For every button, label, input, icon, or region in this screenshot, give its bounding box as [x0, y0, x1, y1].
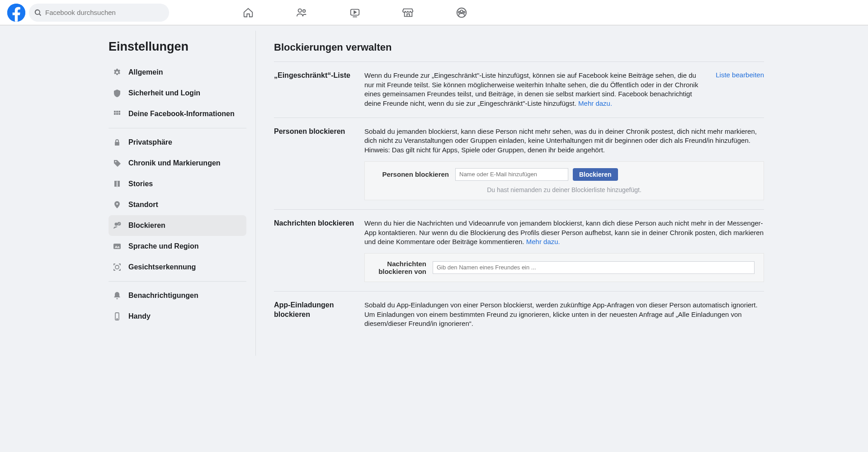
svg-point-6: [458, 11, 460, 13]
section-restricted: „Eingeschränkt“-Liste Wenn du Freunde zu…: [274, 62, 764, 118]
phone-icon: [112, 311, 122, 321]
settings-sidebar: Einstellungen AllgemeinSicherheit und Lo…: [95, 31, 255, 356]
section-title: Personen blockieren: [274, 127, 364, 200]
sidebar-title: Einstellungen: [108, 40, 246, 54]
marketplace-icon: [402, 7, 414, 19]
face-icon: [112, 262, 122, 272]
sidebar-item-label: Blockieren: [128, 221, 165, 230]
block-messages-input[interactable]: [433, 261, 755, 274]
sidebar-item-label: Handy: [128, 312, 151, 320]
svg-point-2: [303, 9, 306, 12]
sidebar-item-label: Sprache und Region: [128, 242, 199, 250]
svg-rect-9: [116, 111, 118, 113]
search-input[interactable]: [45, 9, 164, 16]
more-link[interactable]: Mehr dazu.: [578, 99, 612, 107]
section-desc: Sobald du jemanden blockierst, kann dies…: [364, 127, 764, 155]
search-bar[interactable]: [29, 4, 169, 22]
svg-point-5: [460, 10, 463, 13]
lock-icon: [112, 137, 122, 147]
section-block-users: Personen blockieren Sobald du jemanden b…: [274, 118, 764, 210]
sidebar-item-tag[interactable]: Chronik und Markierungen: [108, 153, 246, 174]
nav-watch[interactable]: [330, 2, 380, 24]
block-users-panel: Personen blockieren Blockieren Du hast n…: [364, 161, 764, 200]
main-content: Blockierungen verwalten „Eingeschränkt“-…: [255, 31, 773, 356]
sidebar-separator: [108, 128, 246, 128]
friends-icon: [296, 7, 307, 19]
nav-home[interactable]: [223, 2, 273, 24]
sidebar-item-aa[interactable]: AaSprache und Region: [108, 236, 246, 257]
facebook-logo[interactable]: [7, 4, 25, 22]
groups-icon: [456, 7, 467, 19]
svg-point-19: [115, 265, 119, 269]
svg-point-21: [117, 319, 118, 320]
section-title: App-Einladungen blockieren: [274, 301, 364, 329]
sidebar-item-label: Sicherheit und Login: [128, 89, 200, 97]
book-icon: [112, 179, 122, 189]
top-nav: [223, 2, 486, 24]
sidebar-item-gear[interactable]: Allgemein: [108, 62, 246, 83]
grid-icon: [112, 109, 122, 119]
section-desc: Wenn du hier die Nachrichten und Videoan…: [364, 219, 764, 247]
top-bar: [0, 0, 868, 25]
sidebar-item-label: Benachrichtigungen: [128, 292, 198, 300]
nav-groups[interactable]: [437, 2, 486, 24]
sidebar-item-label: Gesichtserkennung: [128, 263, 196, 271]
section-desc: Wenn du Freunde zur „Eingeschränkt"-List…: [364, 71, 705, 108]
empty-note: Du hast niemanden zu deiner Blockierlist…: [374, 186, 755, 193]
svg-rect-10: [118, 111, 120, 113]
svg-rect-8: [114, 111, 116, 113]
shield-icon: [112, 88, 122, 98]
home-icon: [242, 7, 254, 19]
svg-rect-13: [118, 113, 120, 115]
sidebar-item-face[interactable]: Gesichtserkennung: [108, 257, 246, 278]
svg-rect-11: [114, 113, 116, 115]
pin-icon: [112, 200, 122, 210]
sidebar-item-shield[interactable]: Sicherheit und Login: [108, 83, 246, 104]
section-desc: Sobald du App-Einladungen von einer Pers…: [364, 301, 764, 329]
svg-text:Aa: Aa: [115, 245, 120, 249]
search-icon: [34, 9, 42, 16]
svg-point-1: [298, 9, 302, 12]
sidebar-item-label: Standort: [128, 201, 158, 209]
sidebar-item-grid[interactable]: Deine Facebook-Informationen: [108, 104, 246, 124]
more-link[interactable]: Mehr dazu.: [526, 238, 560, 245]
section-block-app-invites: App-Einladungen blockieren Sobald du App…: [274, 292, 764, 338]
block-button[interactable]: Blockieren: [573, 168, 618, 181]
block-icon: [112, 221, 122, 231]
nav-marketplace[interactable]: [383, 2, 433, 24]
sidebar-item-label: Allgemein: [128, 68, 163, 76]
section-title: „Eingeschränkt“-Liste: [274, 71, 364, 108]
sidebar-item-label: Deine Facebook-Informationen: [128, 110, 235, 118]
svg-point-7: [463, 11, 465, 13]
sidebar-item-label: Chronik und Markierungen: [128, 159, 221, 167]
sidebar-item-lock[interactable]: Privatsphäre: [108, 132, 246, 153]
section-block-messages: Nachrichten blockieren Wenn du hier die …: [274, 210, 764, 292]
section-title: Nachrichten blockieren: [274, 219, 364, 282]
gear-icon: [112, 67, 122, 77]
tag-icon: [112, 158, 122, 168]
sidebar-item-book[interactable]: Stories: [108, 174, 246, 194]
watch-icon: [349, 7, 361, 19]
sidebar-item-phone[interactable]: Handy: [108, 306, 246, 327]
aa-icon: Aa: [112, 241, 122, 251]
svg-rect-12: [116, 113, 118, 115]
input-label: Personen blockieren: [374, 170, 451, 178]
nav-friends[interactable]: [277, 2, 326, 24]
svg-rect-14: [115, 142, 119, 146]
bell-icon: [112, 291, 122, 301]
input-label: Nachrichten blockieren von: [374, 260, 428, 275]
sidebar-item-pin[interactable]: Standort: [108, 194, 246, 215]
block-messages-panel: Nachrichten blockieren von: [364, 253, 764, 282]
sidebar-item-bell[interactable]: Benachrichtigungen: [108, 285, 246, 306]
page-title: Blockierungen verwalten: [274, 42, 764, 62]
sidebar-separator: [108, 281, 246, 282]
block-user-input[interactable]: [455, 168, 568, 181]
edit-list-link[interactable]: Liste bearbeiten: [716, 71, 764, 79]
sidebar-item-label: Privatsphäre: [128, 138, 172, 146]
sidebar-item-label: Stories: [128, 180, 153, 188]
svg-point-15: [115, 223, 118, 226]
sidebar-item-block[interactable]: Blockieren: [108, 215, 246, 236]
